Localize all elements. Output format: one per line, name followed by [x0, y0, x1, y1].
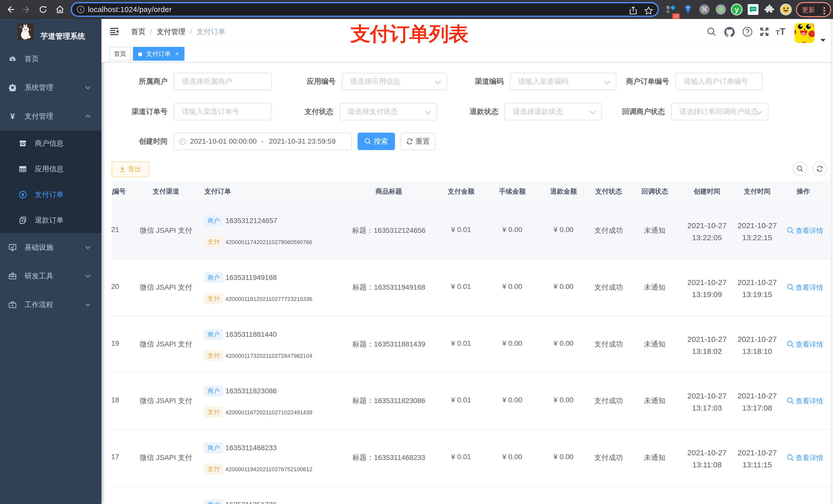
svg-text:T: T — [780, 27, 785, 37]
svg-text:y: y — [735, 6, 738, 14]
svg-text:⌘: ⌘ — [701, 6, 708, 13]
svg-text:T: T — [776, 29, 780, 37]
